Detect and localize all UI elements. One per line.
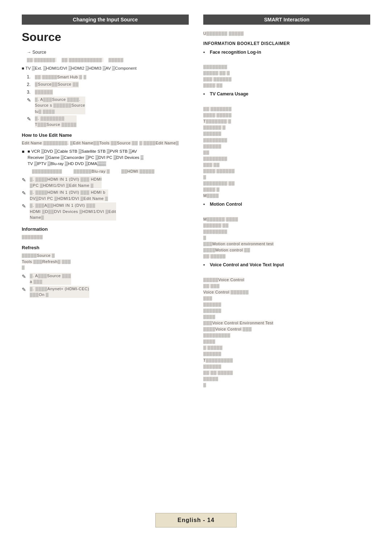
footer-label: English - 14: [177, 517, 215, 523]
bullet4-title: Voice Control and Voice Text Input: [210, 262, 284, 268]
bullet2-block: ▒▒ ▒▒▒▒▒▒▒ ▒▒▒▒ ▒▒▒▒▒ T▒▒▒▒▒▒▒ ▒ ▒▒▒▒▒▒ …: [203, 107, 235, 198]
vcr-line: ■ ■ VCR ▒DVD ▒Cable STB ▒Satellite STB ▒…: [22, 148, 189, 167]
bullet1-block: ▒▒▒▒▒▒▒▒ ▒▒▒▒▒ ▒▒ ▒ ▒▒▒ ▒▒▒▒▒▒ ▒▒▒▒ ▒▒: [203, 65, 232, 87]
page-container: Changing the Input Source Source → Sourc…: [0, 0, 392, 542]
right-column: SMART Interaction U▒▒▒▒▒▒▒ ▒▒▒▒▒ INFORMA…: [203, 15, 370, 388]
footer-bar: English - 14: [0, 513, 392, 527]
bullet4-block: ▒▒▒▒▒Voice Control ▒▒ ▒▒▒ Voice Control …: [203, 278, 273, 387]
step-1: 1. ▒▒ ▒▒▒▒▒Smart Hub ▒ ▒: [27, 74, 189, 80]
right-section-header: SMART Interaction: [203, 15, 370, 25]
tv-line: ■ TV ▒Ext. ▒HDMI1/DVI ▒HDMI2 ▒HDMI3 ▒AV …: [22, 65, 189, 71]
bullet-face-recognition: • Face recognition Log-in: [203, 49, 370, 56]
note2-text: ▒. ▒▒▒▒▒▒▒▒ T▒▒▒Source ▒▒▒▒▒: [35, 115, 77, 127]
left-section-header: Changing the Input Source: [22, 15, 189, 25]
vcr-text: ■ VCR ▒DVD ▒Cable STB ▒Satellite STB ▒PV…: [28, 148, 143, 167]
step1-sub: ▒: [83, 75, 86, 79]
note-2: ✎ ▒. ▒▒▒▒▒▒▒▒ T▒▒▒Source ▒▒▒▒▒: [27, 115, 189, 127]
bullet3-title: Motion Control: [210, 201, 242, 208]
vcr-sub2: ▒▒▒▒▒▒Blu-ray ▒: [74, 169, 110, 173]
refresh-note1-text: ▒. A▒▒▒Source ▒▒▒ a ▒▒▒: [30, 273, 71, 285]
page-title: Source: [22, 30, 189, 44]
refresh-note2: ✎ ▒. ▒▒▒▒Anynet+ (HDMI-CEC) ▒▒▒On ▒: [22, 286, 189, 298]
bullet2-title: TV Camera Usage: [210, 91, 248, 98]
step3-text: ▒▒▒▒▒▒: [35, 89, 53, 95]
edit-name-block1: Edit Name ▒▒▒▒▒▒▒▒.: [22, 141, 69, 145]
right-header-title: SMART Interaction: [264, 17, 309, 22]
edit-name-heading: How to Use Edit Name: [22, 132, 189, 138]
note1-text: ▒. A▒▒▒Source ▒▒▒▒. Source s ▒▒▒▒▒▒Sourc…: [35, 97, 85, 115]
refresh-heading: Refresh: [22, 245, 189, 250]
arrow-source: → Source: [27, 49, 189, 56]
note-hdmi1-text: ▒. ▒▒▒▒HDMI IN 1 (DVI) ▒▒▒ HDMI ▒PC ▒HDM…: [30, 176, 102, 188]
note-hdmi3: ✎ ▒. ▒▒▒A▒▒HDMI IN 1 (DVI) ▒▒▒ HDMI ▒D▒▒…: [22, 202, 189, 221]
step-2: 2. ▒Source▒▒Source ▒▒: [27, 81, 189, 88]
note-1: ✎ ▒. A▒▒▒Source ▒▒▒▒. Source s ▒▒▒▒▒▒Sou…: [27, 97, 189, 115]
vcr-sub1: ▒▒▒▒▒▒▒▒▒▒: [32, 169, 62, 173]
refresh-block: ▒▒▒▒▒Source ▒ Tools ▒▒▒Refresh▒ ▒▒▒ ▒: [22, 253, 71, 270]
disclaimer-title: INFORMATION BOOKLET DISCLAIMER: [203, 41, 370, 46]
vcr-sub3: ▒▒HDMI ▒▒▒▒▒: [121, 169, 155, 173]
note-hdmi3-text: ▒. ▒▒▒A▒▒HDMI IN 1 (DVI) ▒▒▒ HDMI ▒D▒▒DV…: [30, 202, 116, 221]
note-hdmi2-text: ▒. ▒▒▒▒HDMI IN 1 (DVI) ▒▒▒ HDMI b DV▒DVI…: [30, 189, 108, 201]
step-3: 3. ▒▒▒▒▒▒: [27, 89, 189, 95]
bullet-voice-control: • Voice Control and Voice Text Input: [203, 262, 370, 268]
footer-badge: English - 14: [155, 513, 237, 527]
refresh-note2-text: ▒. ▒▒▒▒Anynet+ (HDMI-CEC) ▒▒▒On ▒: [30, 286, 89, 298]
edit-name-block2: ▒Edit Name▒▒Tools ▒▒Source ▒▒: [70, 141, 138, 145]
right-link1: U▒▒▒▒▒▒▒: [203, 31, 228, 36]
refresh-note1: ✎ ▒. A▒▒▒Source ▒▒▒ a ▒▒▒: [22, 273, 189, 285]
info-garbled: ▒▒▒▒▒▒▒: [22, 235, 43, 239]
information-heading: Information: [22, 226, 189, 232]
left-header-title: Changing the Input Source: [73, 17, 138, 22]
bullet-tv-camera: • TV Camera Usage: [203, 91, 370, 98]
step2-text: ▒Source▒▒Source ▒▒: [35, 81, 79, 88]
bullet3-block: M▒▒▒▒▒▒ ▒▒▒▒ ▒▒▒▒▒▒ ▒▒ ▒▒▒▒▒▒▒▒ ▒ ▒▒▒Mot…: [203, 217, 274, 258]
note-hdmi1: ✎ ▒. ▒▒▒▒HDMI IN 1 (DVI) ▒▒▒ HDMI ▒PC ▒H…: [22, 176, 189, 188]
note-hdmi2: ✎ ▒. ▒▒▒▒HDMI IN 1 (DVI) ▒▒▒ HDMI b DV▒D…: [22, 189, 189, 201]
step1-text: ▒▒ ▒▒▒▒▒Smart Hub ▒: [35, 75, 82, 79]
two-column-layout: Changing the Input Source Source → Sourc…: [22, 15, 370, 388]
garbled-block-3: ▒▒▒▒▒: [109, 58, 123, 62]
bullet1-title: Face recognition Log-in: [210, 49, 261, 56]
garbled-block-1: ▒▒ ▒▒▒▒▒▒▒: [27, 58, 57, 62]
right-link2: ▒▒▒▒▒: [229, 31, 244, 36]
garbled-block-2: ▒▒ ▒▒▒▒▒▒▒▒▒▒▒: [62, 58, 103, 62]
left-column: Changing the Input Source Source → Sourc…: [22, 15, 189, 388]
edit-name-block3: ▒ ▒▒▒▒Edit Name▒: [139, 141, 179, 145]
bullet-motion-control: • Motion Control: [203, 201, 370, 208]
